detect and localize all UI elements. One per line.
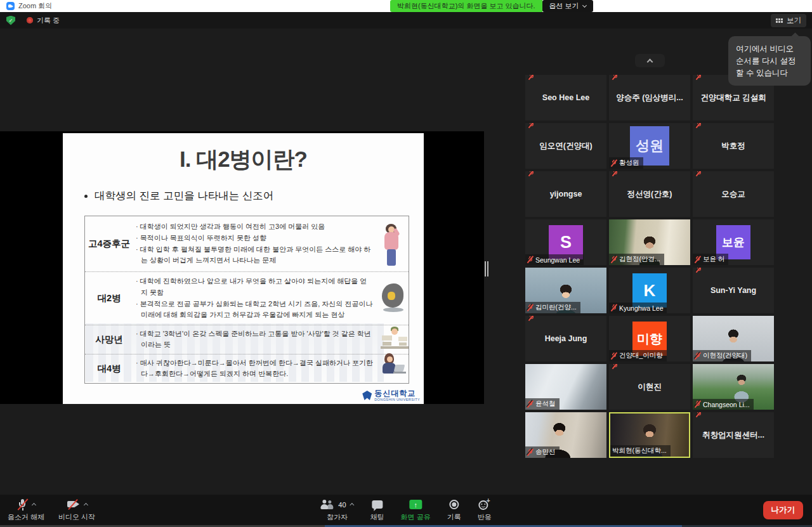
muted-mic-icon bbox=[528, 316, 535, 322]
table-term: 대2병 bbox=[85, 272, 133, 325]
muted-mic-icon bbox=[696, 171, 702, 177]
participant-name: 황성원 bbox=[619, 159, 639, 167]
avatar-text: 미향 bbox=[637, 330, 662, 348]
video-order-tooltip: 여기에서 비디오 순서를 다시 설정할 수 있습니다 bbox=[728, 36, 811, 86]
participant-name: 송민선 bbox=[535, 448, 556, 457]
participant-name: Sun-Yi Yang bbox=[693, 268, 774, 313]
participant-tile[interactable]: 오승교 bbox=[693, 171, 774, 217]
participant-label: 김현정(안경... bbox=[609, 254, 664, 265]
audio-options-chevron-icon[interactable] bbox=[31, 503, 36, 507]
participant-name: 건양대_이미향 bbox=[619, 351, 663, 360]
reactions-button[interactable]: + 반응 bbox=[473, 497, 497, 523]
participant-tile[interactable]: 성원 황성원 bbox=[609, 123, 690, 169]
table-row: 대2병 대학에 진학하였으나 앞으로 내가 무엇을 하고 살아야 되는지에 해답… bbox=[85, 272, 409, 325]
participant-label: 건양대_이미향 bbox=[609, 350, 667, 361]
participant-tile[interactable]: 취창업지원센터... bbox=[693, 412, 774, 458]
participant-label: Changseon Li... bbox=[693, 399, 754, 410]
participant-tile[interactable]: 보윤 보윤 허 bbox=[693, 219, 774, 265]
participant-tile[interactable]: Sun-Yi Yang bbox=[693, 268, 774, 313]
video-options-chevron-icon[interactable] bbox=[84, 503, 88, 507]
panel-resize-handle[interactable] bbox=[483, 260, 490, 278]
muted-mic-icon bbox=[695, 256, 701, 264]
participant-name: 오승교 bbox=[693, 171, 774, 217]
collapse-gallery-button[interactable] bbox=[635, 54, 665, 67]
view-button[interactable]: 보기 bbox=[771, 14, 806, 27]
avatar-text: 성원 bbox=[636, 136, 664, 155]
university-logo: 동신대학교 DONGSHIN UNIVERSITY bbox=[362, 389, 420, 401]
slide-bullet: 대학생의 진로 고민을 나타내는 신조어 bbox=[84, 189, 273, 203]
participant-name: 박희현(동신대학... bbox=[612, 446, 667, 455]
participant-name: 김현정(안경... bbox=[619, 255, 660, 264]
avatar-text: K bbox=[644, 281, 656, 301]
participant-tile-active-speaker[interactable]: 박희현(동신대학... bbox=[609, 412, 690, 458]
table-desc: 대학생이 되었지만 생각과 행동이 여전히 고3에 머물러 있음 목적이나 목표… bbox=[133, 216, 409, 271]
participants-icon bbox=[320, 500, 334, 510]
start-video-button[interactable]: 비디오 시작 bbox=[53, 497, 100, 523]
participant-tile[interactable]: Changseon Li... bbox=[693, 364, 774, 410]
participant-label: 윤석철 bbox=[525, 398, 560, 410]
record-label: 기록 bbox=[447, 512, 461, 522]
participant-tile[interactable]: 김현정(안경... bbox=[609, 219, 690, 265]
share-screen-button[interactable]: 화면 공유 bbox=[396, 497, 436, 523]
participant-name: 양승주 (임상병리... bbox=[609, 75, 690, 120]
participant-name: Heeja Jung bbox=[525, 316, 606, 361]
participant-label: 황성원 bbox=[609, 157, 643, 169]
chat-icon bbox=[372, 500, 383, 509]
university-logo-icon bbox=[362, 391, 372, 400]
unmute-button[interactable]: 음소거 해제 bbox=[3, 497, 49, 523]
participant-tile[interactable]: 박호정 bbox=[693, 123, 774, 169]
view-options-label: 옵션 보기 bbox=[549, 1, 579, 11]
participant-label: Seungwan Lee bbox=[525, 254, 584, 265]
leave-button[interactable]: 나가기 bbox=[763, 501, 804, 519]
shared-screen-area: I. 대2병이란? 대학생의 진로 고민을 나타내는 신조어 고4증후군 대학생… bbox=[0, 131, 484, 404]
muted-mic-icon bbox=[696, 75, 702, 81]
chat-label: 채팅 bbox=[370, 512, 384, 522]
chat-button[interactable]: 채팅 bbox=[365, 497, 390, 523]
share-screen-icon bbox=[409, 500, 422, 509]
participant-tile[interactable]: K Kyunghwa Lee bbox=[609, 268, 690, 313]
table-term: 대4병 bbox=[85, 355, 133, 383]
record-button[interactable]: 기록 bbox=[442, 497, 466, 523]
table-row: 사망년 대학교 '3학년'이 온갖 스펙을 준비하느라 고통을 받아 '사망'할… bbox=[85, 325, 409, 355]
participant-tile[interactable]: 임오연(건양대) bbox=[525, 123, 606, 169]
table-term: 고4증후군 bbox=[85, 216, 133, 271]
table-desc: 대학에 진학하였으나 앞으로 내가 무엇을 하고 살아야 되는지에 해답을 얻지… bbox=[133, 272, 409, 325]
participants-options-chevron-icon[interactable] bbox=[350, 503, 355, 507]
participant-name: 윤석철 bbox=[535, 400, 556, 408]
avatar-text: S bbox=[560, 233, 572, 252]
participant-tile[interactable]: Seo Hee Lee bbox=[525, 75, 606, 120]
illustration-stressed-student bbox=[381, 328, 409, 351]
participant-tile[interactable]: 윤석철 bbox=[525, 364, 606, 410]
participant-tile[interactable]: 송민선 bbox=[525, 412, 606, 458]
participant-tile[interactable]: yijongse bbox=[525, 171, 606, 217]
table-desc-item: 대학 입학 후 펼쳐질 불투명한 미래에 대한 불안과 무엇이든 스스로 해야 … bbox=[134, 244, 373, 266]
muted-mic-icon bbox=[527, 304, 534, 312]
participants-button[interactable]: 40 참가자 bbox=[315, 497, 358, 523]
participant-tile[interactable]: S Seungwan Lee bbox=[525, 219, 606, 265]
tooltip-arrow bbox=[791, 32, 799, 41]
participant-tile[interactable]: 이현진 bbox=[609, 364, 690, 410]
participant-tile[interactable]: 이현정(건양대) bbox=[693, 316, 774, 361]
table-desc-item: 본격적으로 전공 공부가 심화되는 대학교 2학년 시기 즈음, 자신의 전공이… bbox=[134, 299, 373, 321]
participant-name: 이현진 bbox=[609, 364, 690, 410]
slide-table: 고4증후군 대학생이 되었지만 생각과 행동이 여전히 고3에 머물러 있음 목… bbox=[84, 216, 409, 384]
muted-mic-icon bbox=[696, 268, 702, 273]
participant-tile[interactable]: Heeja Jung bbox=[525, 316, 606, 361]
participant-tile[interactable]: 미향 건양대_이미향 bbox=[609, 316, 690, 361]
muted-mic-icon bbox=[695, 352, 701, 360]
participant-tile[interactable]: 양승주 (임상병리... bbox=[609, 75, 690, 120]
chevron-down-icon bbox=[582, 3, 587, 7]
table-desc-item: 목적이나 목표의식이 뚜렷하지 못한 성향 bbox=[134, 233, 373, 244]
university-logo-title: 동신대학교 bbox=[374, 389, 420, 398]
muted-mic-icon bbox=[611, 256, 617, 264]
view-button-label: 보기 bbox=[787, 16, 801, 25]
participant-tile[interactable]: 정선영(간호) bbox=[609, 171, 690, 217]
view-options-button[interactable]: 옵션 보기 bbox=[542, 0, 593, 12]
participant-tile[interactable]: 김미란(건양... bbox=[525, 268, 606, 313]
window-title-bar: Zoom 회의 박희현(동신대학교)의 화면을 보고 있습니다. 옵션 보기 bbox=[0, 0, 812, 12]
muted-mic-icon bbox=[612, 171, 619, 177]
participant-name: Seo Hee Lee bbox=[525, 75, 606, 120]
meeting-header-bar: ✓ 기록 중 보기 bbox=[0, 12, 812, 29]
record-icon bbox=[449, 500, 459, 509]
security-shield-icon[interactable]: ✓ bbox=[6, 16, 15, 25]
